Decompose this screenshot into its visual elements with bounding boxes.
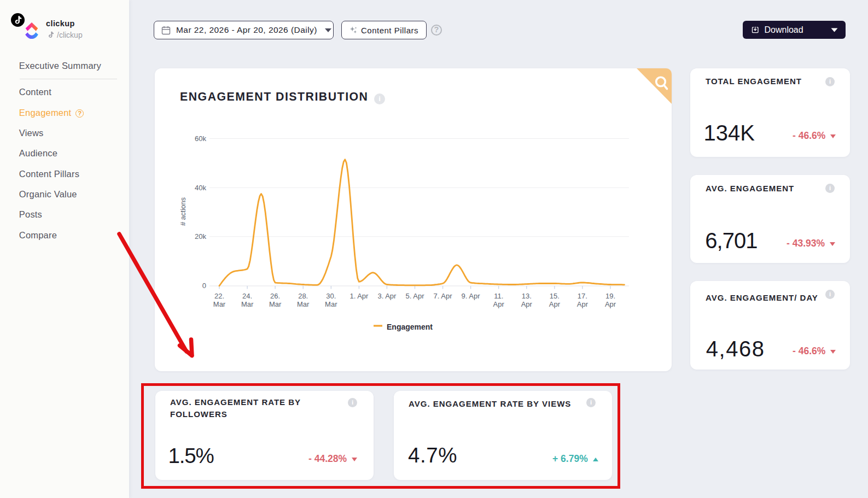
svg-text:40k: 40k (195, 184, 206, 192)
svg-text:Mar: Mar (325, 300, 337, 308)
svg-text:Apr: Apr (605, 300, 616, 308)
svg-text:13.: 13. (522, 292, 532, 300)
svg-text:24.: 24. (242, 292, 252, 300)
svg-text:5. Apr: 5. Apr (406, 292, 425, 300)
svg-text:0: 0 (202, 282, 206, 290)
svg-text:22.: 22. (214, 292, 224, 300)
svg-text:Apr: Apr (521, 300, 533, 308)
svg-text:Mar: Mar (297, 300, 310, 308)
svg-text:Engagement: Engagement (387, 323, 433, 331)
svg-text:Apr: Apr (577, 300, 589, 308)
svg-text:Mar: Mar (269, 300, 282, 308)
svg-text:60k: 60k (195, 134, 206, 143)
svg-text:Mar: Mar (213, 300, 226, 308)
svg-text:19.: 19. (605, 292, 615, 300)
svg-text:15.: 15. (550, 292, 560, 300)
svg-text:Apr: Apr (493, 300, 505, 308)
svg-text:17.: 17. (578, 292, 587, 300)
svg-text:11.: 11. (494, 292, 503, 300)
svg-text:9. Apr: 9. Apr (462, 292, 481, 300)
svg-text:26.: 26. (270, 292, 280, 300)
svg-text:28.: 28. (298, 292, 308, 300)
svg-text:3. Apr: 3. Apr (377, 292, 397, 300)
svg-text:7. Apr: 7. Apr (434, 292, 453, 300)
svg-text:Apr: Apr (549, 300, 561, 308)
svg-text:1. Apr: 1. Apr (349, 292, 369, 300)
svg-text:30.: 30. (326, 292, 336, 300)
svg-text:Mar: Mar (241, 300, 254, 308)
